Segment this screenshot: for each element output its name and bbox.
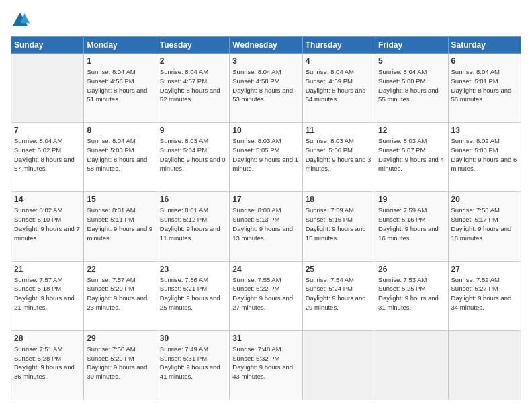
day-info: Sunrise: 7:53 AMSunset: 5:25 PMDaylight:…: [378, 275, 445, 312]
day-number: 23: [160, 265, 226, 274]
logo: [11, 11, 32, 30]
day-info: Sunrise: 7:49 AMSunset: 5:31 PMDaylight:…: [160, 345, 226, 381]
day-number: 14: [14, 195, 81, 204]
day-info: Sunrise: 8:00 AMSunset: 5:13 PMDaylight:…: [232, 205, 299, 242]
day-number: 30: [160, 334, 226, 343]
day-info: Sunrise: 7:57 AMSunset: 5:20 PMDaylight:…: [87, 275, 153, 312]
day-number: 27: [451, 265, 518, 274]
calendar-cell: 25Sunrise: 7:54 AMSunset: 5:24 PMDayligh…: [302, 261, 375, 330]
weekday-header: Sunday: [11, 37, 84, 54]
calendar-cell: 27Sunrise: 7:52 AMSunset: 5:27 PMDayligh…: [448, 261, 521, 330]
day-info: Sunrise: 8:04 AMSunset: 4:58 PMDaylight:…: [232, 67, 299, 104]
calendar-cell: 17Sunrise: 8:00 AMSunset: 5:13 PMDayligh…: [230, 192, 302, 261]
calendar-cell: 4Sunrise: 8:04 AMSunset: 4:59 PMDaylight…: [302, 54, 375, 123]
day-info: Sunrise: 8:03 AMSunset: 5:06 PMDaylight:…: [306, 136, 372, 173]
calendar-cell: 5Sunrise: 8:04 AMSunset: 5:00 PMDaylight…: [375, 54, 448, 123]
calendar-cell: 2Sunrise: 8:04 AMSunset: 4:57 PMDaylight…: [157, 54, 229, 123]
day-number: 16: [160, 195, 226, 204]
calendar-cell: [302, 330, 375, 400]
day-number: 25: [306, 265, 372, 274]
day-info: Sunrise: 8:04 AMSunset: 4:59 PMDaylight:…: [306, 67, 372, 104]
calendar-cell: 22Sunrise: 7:57 AMSunset: 5:20 PMDayligh…: [84, 261, 157, 330]
calendar-cell: 8Sunrise: 8:04 AMSunset: 5:03 PMDaylight…: [84, 123, 157, 192]
day-number: 12: [378, 126, 445, 135]
day-info: Sunrise: 7:48 AMSunset: 5:32 PMDaylight:…: [232, 345, 299, 381]
calendar-week-row: 1Sunrise: 8:04 AMSunset: 4:56 PMDaylight…: [11, 54, 521, 123]
calendar-cell: 26Sunrise: 7:53 AMSunset: 5:25 PMDayligh…: [375, 261, 448, 330]
day-number: 2: [160, 56, 226, 66]
calendar-cell: 11Sunrise: 8:03 AMSunset: 5:06 PMDayligh…: [302, 123, 375, 192]
calendar-cell: 18Sunrise: 7:59 AMSunset: 5:15 PMDayligh…: [302, 192, 375, 261]
calendar-table: SundayMondayTuesdayWednesdayThursdayFrid…: [11, 36, 521, 400]
day-info: Sunrise: 7:59 AMSunset: 5:16 PMDaylight:…: [378, 205, 445, 242]
day-number: 3: [232, 56, 299, 66]
day-info: Sunrise: 8:02 AMSunset: 5:10 PMDaylight:…: [14, 205, 81, 242]
calendar-cell: 15Sunrise: 8:01 AMSunset: 5:11 PMDayligh…: [84, 192, 157, 261]
weekday-header: Wednesday: [230, 37, 302, 54]
calendar-cell: 14Sunrise: 8:02 AMSunset: 5:10 PMDayligh…: [11, 192, 84, 261]
day-number: 31: [232, 334, 299, 343]
day-number: 24: [232, 265, 299, 274]
day-info: Sunrise: 8:04 AMSunset: 5:01 PMDaylight:…: [451, 67, 518, 104]
day-info: Sunrise: 7:57 AMSunset: 5:18 PMDaylight:…: [14, 275, 81, 312]
calendar-cell: 3Sunrise: 8:04 AMSunset: 4:58 PMDaylight…: [230, 54, 302, 123]
day-number: 4: [306, 56, 372, 66]
day-info: Sunrise: 7:58 AMSunset: 5:17 PMDaylight:…: [451, 205, 518, 242]
calendar-cell: 6Sunrise: 8:04 AMSunset: 5:01 PMDaylight…: [448, 54, 521, 123]
calendar-cell: 31Sunrise: 7:48 AMSunset: 5:32 PMDayligh…: [230, 330, 302, 400]
day-number: 5: [378, 56, 445, 66]
day-number: 1: [87, 56, 153, 66]
day-number: 26: [378, 265, 445, 274]
calendar-cell: 20Sunrise: 7:58 AMSunset: 5:17 PMDayligh…: [448, 192, 521, 261]
day-number: 17: [232, 195, 299, 204]
day-info: Sunrise: 8:03 AMSunset: 5:05 PMDaylight:…: [232, 136, 299, 173]
calendar-cell: 29Sunrise: 7:50 AMSunset: 5:29 PMDayligh…: [84, 330, 157, 400]
day-number: 7: [14, 126, 81, 135]
calendar-cell: [448, 330, 521, 400]
calendar-cell: 19Sunrise: 7:59 AMSunset: 5:16 PMDayligh…: [375, 192, 448, 261]
day-number: 21: [14, 265, 81, 274]
calendar-week-row: 21Sunrise: 7:57 AMSunset: 5:18 PMDayligh…: [11, 261, 521, 330]
weekday-header: Friday: [375, 37, 448, 54]
day-number: 6: [451, 56, 518, 66]
day-info: Sunrise: 7:50 AMSunset: 5:29 PMDaylight:…: [87, 345, 153, 381]
day-info: Sunrise: 8:04 AMSunset: 5:00 PMDaylight:…: [378, 67, 445, 104]
calendar-cell: 9Sunrise: 8:03 AMSunset: 5:04 PMDaylight…: [157, 123, 229, 192]
day-info: Sunrise: 8:01 AMSunset: 5:11 PMDaylight:…: [87, 205, 153, 242]
day-info: Sunrise: 8:04 AMSunset: 4:56 PMDaylight:…: [87, 67, 153, 104]
day-number: 20: [451, 195, 518, 204]
calendar-cell: 30Sunrise: 7:49 AMSunset: 5:31 PMDayligh…: [157, 330, 229, 400]
day-info: Sunrise: 8:04 AMSunset: 5:03 PMDaylight:…: [87, 136, 153, 173]
day-info: Sunrise: 7:56 AMSunset: 5:21 PMDaylight:…: [160, 275, 226, 312]
weekday-header: Monday: [84, 37, 157, 54]
calendar-week-row: 14Sunrise: 8:02 AMSunset: 5:10 PMDayligh…: [11, 192, 521, 261]
day-info: Sunrise: 8:03 AMSunset: 5:07 PMDaylight:…: [378, 136, 445, 173]
day-info: Sunrise: 7:59 AMSunset: 5:15 PMDaylight:…: [306, 205, 372, 242]
calendar-cell: 7Sunrise: 8:04 AMSunset: 5:02 PMDaylight…: [11, 123, 84, 192]
calendar-cell: 13Sunrise: 8:02 AMSunset: 5:08 PMDayligh…: [448, 123, 521, 192]
calendar-cell: 10Sunrise: 8:03 AMSunset: 5:05 PMDayligh…: [230, 123, 302, 192]
day-number: 13: [451, 126, 518, 135]
day-info: Sunrise: 8:02 AMSunset: 5:08 PMDaylight:…: [451, 136, 518, 173]
day-number: 22: [87, 265, 153, 274]
calendar-cell: [11, 54, 84, 123]
calendar-cell: [375, 330, 448, 400]
day-number: 8: [87, 126, 153, 135]
day-info: Sunrise: 7:52 AMSunset: 5:27 PMDaylight:…: [451, 275, 518, 312]
day-number: 19: [378, 195, 445, 204]
day-info: Sunrise: 8:03 AMSunset: 5:04 PMDaylight:…: [160, 136, 226, 173]
day-number: 10: [232, 126, 299, 135]
day-info: Sunrise: 8:04 AMSunset: 4:57 PMDaylight:…: [160, 67, 226, 104]
calendar-cell: 24Sunrise: 7:55 AMSunset: 5:22 PMDayligh…: [230, 261, 302, 330]
day-info: Sunrise: 8:04 AMSunset: 5:02 PMDaylight:…: [14, 136, 81, 173]
day-number: 9: [160, 126, 226, 135]
day-info: Sunrise: 7:54 AMSunset: 5:24 PMDaylight:…: [306, 275, 372, 312]
calendar-cell: 12Sunrise: 8:03 AMSunset: 5:07 PMDayligh…: [375, 123, 448, 192]
calendar-week-row: 28Sunrise: 7:51 AMSunset: 5:28 PMDayligh…: [11, 330, 521, 400]
weekday-header: Saturday: [448, 37, 521, 54]
calendar-cell: 23Sunrise: 7:56 AMSunset: 5:21 PMDayligh…: [157, 261, 229, 330]
calendar-cell: 16Sunrise: 8:01 AMSunset: 5:12 PMDayligh…: [157, 192, 229, 261]
day-number: 15: [87, 195, 153, 204]
day-info: Sunrise: 7:51 AMSunset: 5:28 PMDaylight:…: [14, 345, 81, 381]
day-number: 11: [306, 126, 372, 135]
